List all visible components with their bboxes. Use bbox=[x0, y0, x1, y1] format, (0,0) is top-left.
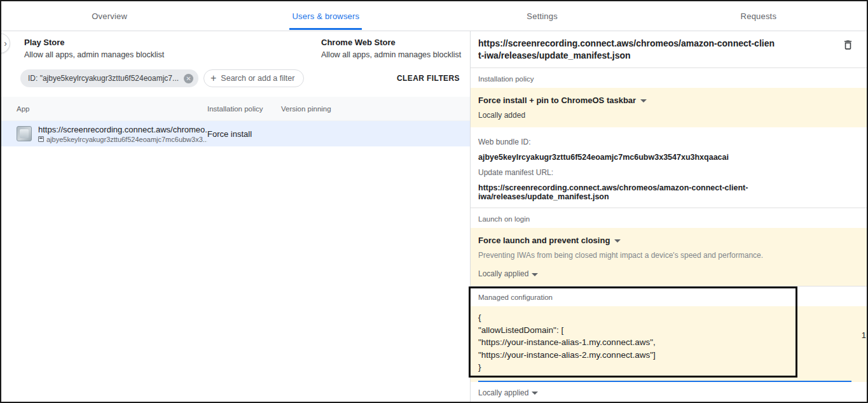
app-cell: https://screenrecording.connect.aws/chro… bbox=[17, 125, 207, 143]
update-manifest-url-value: https://screenrecording.connect.aws/chro… bbox=[478, 183, 859, 201]
store-policies: Play Store Allow all apps, admin manages… bbox=[1, 31, 470, 59]
play-store-title: Play Store bbox=[24, 38, 321, 47]
launch-on-login-value: Force launch and prevent closing bbox=[478, 236, 610, 245]
app-list-panel: › Play Store Allow all apps, admin manag… bbox=[1, 31, 470, 403]
app-url: https://screenrecording.connect.aws/chro… bbox=[38, 125, 207, 134]
managed-configuration-status-dropdown[interactable]: Locally applied bbox=[471, 388, 867, 397]
side-number: 1 bbox=[862, 330, 866, 340]
tab-bar: Overview Users & browsers Settings Reque… bbox=[1, 1, 867, 31]
app-text: https://screenrecording.connect.aws/chro… bbox=[38, 125, 207, 143]
main-content: › Play Store Allow all apps, admin manag… bbox=[1, 31, 867, 403]
chevron-right-icon: › bbox=[4, 38, 7, 48]
column-header-installation-policy: Installation policy bbox=[207, 105, 281, 113]
config-line: "allowListedDomain": [ bbox=[478, 324, 859, 337]
chevron-down-icon bbox=[640, 99, 647, 103]
admin-console-window: Overview Users & browsers Settings Reque… bbox=[0, 0, 868, 403]
column-header-app: App bbox=[17, 105, 207, 113]
launch-on-login-status: Locally applied bbox=[478, 269, 528, 278]
add-filter-input[interactable]: + Search or add a filter bbox=[203, 69, 304, 87]
launch-on-login-box: Force launch and prevent closing Prevent… bbox=[471, 228, 867, 286]
chevron-down-icon bbox=[532, 273, 538, 276]
tab-users-browsers-label: Users & browsers bbox=[289, 2, 362, 30]
tab-settings-label: Settings bbox=[524, 2, 560, 30]
tab-users-browsers[interactable]: Users & browsers bbox=[217, 1, 434, 31]
launch-on-login-section-label: Launch on login bbox=[471, 208, 867, 228]
filter-bar: ID: "ajbye5keylrcyakugr3zttu6f524eoamjc7… bbox=[1, 69, 470, 87]
id-filter-chip[interactable]: ID: "ajbye5keylrcyakugr3zttu6f524eoamjc7… bbox=[20, 69, 198, 87]
launch-on-login-status-dropdown[interactable]: Locally applied bbox=[478, 269, 859, 278]
update-manifest-url-label: Update manifest URL: bbox=[478, 168, 859, 177]
clear-filters-button[interactable]: CLEAR FILTERS bbox=[397, 74, 460, 83]
table-header-row: App Installation policy Version pinning bbox=[1, 97, 470, 121]
id-filter-chip-label: ID: "ajbye5keylrcyakugr3zttu6f524eoamjc7… bbox=[28, 74, 179, 83]
installation-policy-value: Force install + pin to ChromeOS taskbar bbox=[478, 95, 636, 105]
detail-header: https://screenrecording.connect.aws/chro… bbox=[471, 31, 867, 67]
table-row[interactable]: https://screenrecording.connect.aws/chro… bbox=[1, 121, 470, 146]
detail-title: https://screenrecording.connect.aws/chro… bbox=[478, 38, 777, 62]
app-table: App Installation policy Version pinning … bbox=[1, 97, 470, 146]
web-bundle-id-label: Web bundle ID: bbox=[478, 138, 859, 146]
chevron-down-icon bbox=[614, 239, 621, 243]
app-icon bbox=[17, 126, 32, 141]
config-line: "https://your-instance-alias-1.my.connec… bbox=[478, 336, 859, 349]
managed-configuration-section-label: Managed configuration bbox=[471, 286, 867, 306]
column-header-version-pinning: Version pinning bbox=[281, 105, 470, 113]
remove-filter-icon[interactable]: ✕ bbox=[184, 74, 193, 83]
delete-app-button[interactable] bbox=[842, 38, 854, 62]
web-app-icon bbox=[38, 136, 44, 142]
tab-overview-label: Overview bbox=[89, 2, 130, 30]
app-detail-panel: https://screenrecording.connect.aws/chro… bbox=[470, 31, 867, 403]
row-installation-policy: Force install bbox=[207, 129, 281, 139]
tab-settings[interactable]: Settings bbox=[434, 1, 651, 31]
plus-icon: + bbox=[210, 73, 216, 83]
chrome-web-store-subtitle: Allow all apps, admin manages blocklist bbox=[321, 50, 470, 59]
app-id: ajbye5keylrcyakugr3zttu6f524eoamjc7mc6ub… bbox=[46, 136, 207, 143]
play-store-policy: Play Store Allow all apps, admin manages… bbox=[24, 38, 321, 59]
launch-on-login-dropdown[interactable]: Force launch and prevent closing bbox=[478, 236, 859, 245]
trash-icon bbox=[842, 39, 854, 51]
tab-overview[interactable]: Overview bbox=[1, 1, 217, 31]
config-line: } bbox=[478, 361, 859, 374]
add-filter-placeholder: Search or add a filter bbox=[221, 74, 294, 83]
chrome-web-store-policy: Chrome Web Store Allow all apps, admin m… bbox=[321, 38, 470, 59]
app-id-line: ajbye5keylrcyakugr3zttu6f524eoamjc7mc6ub… bbox=[38, 136, 207, 143]
tab-requests[interactable]: Requests bbox=[651, 1, 867, 31]
managed-configuration-status: Locally applied bbox=[478, 388, 528, 397]
installation-policy-section-label: Installation policy bbox=[471, 68, 867, 88]
config-line: { bbox=[478, 311, 859, 324]
installation-policy-status: Locally added bbox=[478, 111, 859, 120]
web-bundle-id-value: ajbye5keylrcyakugr3zttu6f524eoamjc7mc6ub… bbox=[478, 153, 859, 162]
managed-configuration-editor[interactable]: { "allowListedDomain": [ "https://your-i… bbox=[471, 306, 867, 382]
focused-field-underline bbox=[478, 381, 851, 382]
chrome-web-store-title: Chrome Web Store bbox=[321, 38, 470, 47]
config-line: "https://your-instance-alias-2.my.connec… bbox=[478, 349, 859, 362]
tab-requests-label: Requests bbox=[738, 2, 780, 30]
installation-policy-dropdown[interactable]: Force install + pin to ChromeOS taskbar bbox=[478, 95, 859, 105]
installation-policy-box: Force install + pin to ChromeOS taskbar … bbox=[471, 88, 867, 127]
play-store-subtitle: Allow all apps, admin manages blocklist bbox=[24, 50, 321, 59]
bundle-info: Web bundle ID: ajbye5keylrcyakugr3zttu6f… bbox=[471, 127, 867, 208]
chevron-down-icon bbox=[532, 392, 538, 395]
launch-on-login-warning: Preventing IWAs from being closed might … bbox=[478, 251, 859, 260]
